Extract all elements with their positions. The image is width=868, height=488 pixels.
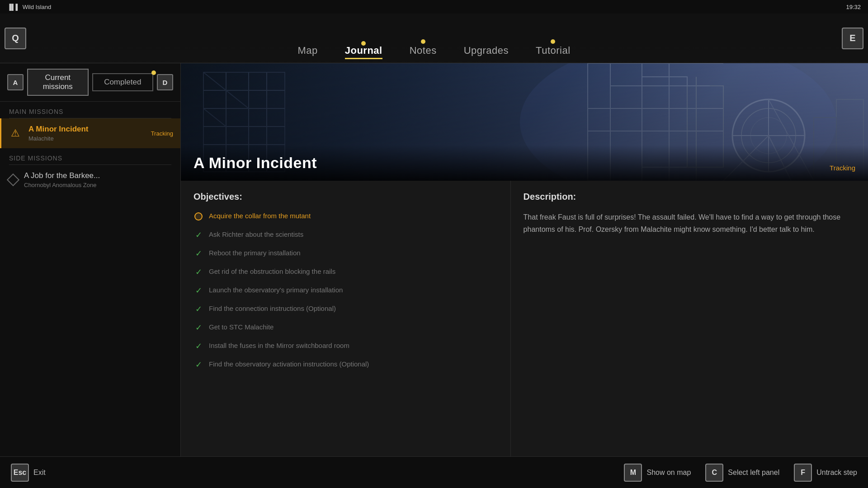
tutorial-dot — [551, 39, 555, 44]
mission-text: A Minor Incident Malachite — [28, 125, 151, 142]
obj-text-5: Launch the observatory's primary install… — [209, 285, 343, 295]
objectives-header: Objectives: — [193, 192, 498, 202]
checkmark-icon-5: ✓ — [195, 286, 202, 296]
objective-item-1: Acquire the collar from the mutant — [193, 211, 498, 221]
mission-name-2: A Job for the Barkee... — [24, 171, 173, 180]
nav-tabs: Map Journal Notes Upgrades Tutorial — [297, 14, 570, 63]
obj-text-8: Install the fuses in the Mirror switchbo… — [209, 341, 349, 350]
mission-item-job-for-barkee[interactable]: A Job for the Barkee... Chornobyl Anomal… — [0, 165, 180, 195]
notes-dot — [421, 39, 425, 44]
bottom-bar: Esc Exit M Show on map C Select left pan… — [0, 456, 868, 488]
mission-name: A Minor Incident — [28, 125, 151, 134]
obj-text-1: Acquire the collar from the mutant — [209, 211, 311, 221]
journal-active-dot — [361, 41, 366, 46]
obj-text-9: Find the observatory activation instruct… — [209, 359, 369, 369]
obj-icon-check-3: ✓ — [193, 249, 203, 258]
obj-text-7: Get to STC Malachite — [209, 322, 274, 332]
warning-icon: ⚠ — [11, 127, 20, 139]
current-missions-tab[interactable]: Current missions — [27, 69, 89, 96]
mission-title-overlay: A Minor Incident Tracking — [181, 145, 868, 181]
checkmark-icon-7: ✓ — [195, 323, 202, 333]
checkmark-icon-9: ✓ — [195, 360, 202, 370]
tracking-badge: Tracking — [151, 130, 173, 137]
status-bar-title: Wild Island — [23, 4, 52, 10]
objective-item-6: ✓ Find the connection instructions (Opti… — [193, 304, 498, 314]
bottom-action-show-on-map: M Show on map — [624, 464, 691, 482]
f-key[interactable]: F — [794, 464, 812, 482]
objective-item-8: ✓ Install the fuses in the Mirror switch… — [193, 341, 498, 351]
tab-journal[interactable]: Journal — [345, 45, 382, 59]
nav-right: E — [842, 14, 868, 63]
checkmark-icon-6: ✓ — [195, 304, 202, 314]
objectives-column: Objectives: Acquire the collar from the … — [181, 181, 511, 456]
completed-tab-dot — [151, 70, 156, 75]
bottom-action-exit: Esc Exit — [11, 464, 46, 482]
tab-map[interactable]: Map — [297, 45, 317, 59]
main-wrapper: Q Map Journal Notes Upgrades Tutorial — [0, 14, 868, 488]
status-bar-time: 19:32 — [846, 4, 861, 10]
objective-item-9: ✓ Find the observatory activation instru… — [193, 359, 498, 370]
completed-missions-tab[interactable]: Completed — [92, 73, 154, 91]
mission-text-2: A Job for the Barkee... Chornobyl Anomal… — [24, 171, 173, 188]
checkmark-icon-8: ✓ — [195, 341, 202, 351]
side-missions-header: Side missions — [0, 148, 180, 164]
obj-icon-active — [193, 211, 203, 221]
untrack-label: Untrack step — [816, 469, 857, 477]
mission-title-text: A Minor Incident — [193, 154, 317, 172]
tab-notes[interactable]: Notes — [410, 45, 437, 59]
nav-left: Q — [0, 14, 26, 63]
tab-upgrades[interactable]: Upgrades — [464, 45, 509, 59]
objective-item-7: ✓ Get to STC Malachite — [193, 322, 498, 333]
a-key[interactable]: A — [7, 74, 24, 90]
show-on-map-label: Show on map — [646, 469, 691, 477]
status-bar: ▐▌▌ Wild Island 19:32 — [0, 0, 868, 14]
obj-icon-check-9: ✓ — [193, 360, 203, 370]
description-column: Description: That freak Faust is full of… — [511, 181, 868, 456]
exit-label: Exit — [33, 469, 46, 477]
objective-item-5: ✓ Launch the observatory's primary insta… — [193, 285, 498, 296]
obj-icon-check-4: ✓ — [193, 267, 203, 277]
obj-icon-check-6: ✓ — [193, 304, 203, 314]
objective-item-4: ✓ Get rid of the obstruction blocking th… — [193, 267, 498, 277]
checkmark-icon-2: ✓ — [195, 230, 202, 240]
diamond-icon — [7, 174, 19, 186]
checkmark-icon-4: ✓ — [195, 267, 202, 277]
obj-icon-check-7: ✓ — [193, 323, 203, 333]
mission-icon-warning: ⚠ — [9, 127, 22, 140]
checkmark-icon-3: ✓ — [195, 249, 202, 258]
esc-key[interactable]: Esc — [11, 464, 29, 482]
obj-icon-check-2: ✓ — [193, 230, 203, 240]
m-key[interactable]: M — [624, 464, 642, 482]
main-missions-header: Main missions — [0, 102, 180, 118]
content-area: A Current missions Completed D Main miss… — [0, 63, 868, 456]
mission-tabs: A Current missions Completed D — [0, 63, 180, 102]
right-panel: A Minor Incident Tracking Objectives: Ac… — [181, 63, 868, 456]
mission-sub-2: Chornobyl Anomalous Zone — [24, 182, 173, 188]
left-panel: A Current missions Completed D Main miss… — [0, 63, 181, 456]
mission-detail: Objectives: Acquire the collar from the … — [181, 181, 868, 456]
obj-text-2: Ask Richter about the scientists — [209, 230, 303, 239]
tab-tutorial[interactable]: Tutorial — [536, 45, 571, 59]
obj-text-6: Find the connection instructions (Option… — [209, 304, 336, 313]
obj-icon-check-8: ✓ — [193, 341, 203, 351]
bottom-action-select-panel: C Select left panel — [705, 464, 779, 482]
obj-text-3: Reboot the primary installation — [209, 248, 301, 258]
c-key[interactable]: C — [705, 464, 723, 482]
e-key-button[interactable]: E — [842, 28, 863, 49]
description-header: Description: — [524, 192, 855, 202]
q-key-button[interactable]: Q — [5, 28, 26, 49]
bottom-action-untrack: F Untrack step — [794, 464, 857, 482]
description-text: That freak Faust is full of surprises! T… — [524, 211, 855, 235]
top-nav: Q Map Journal Notes Upgrades Tutorial — [0, 14, 868, 63]
objective-item-2: ✓ Ask Richter about the scientists — [193, 230, 498, 240]
mission-item-a-minor-incident[interactable]: ⚠ A Minor Incident Malachite Tracking — [0, 118, 180, 148]
select-left-panel-label: Select left panel — [728, 469, 779, 477]
mission-sub: Malachite — [28, 135, 151, 142]
mission-hero: A Minor Incident Tracking — [181, 63, 868, 181]
d-key[interactable]: D — [157, 74, 173, 90]
obj-text-4: Get rid of the obstruction blocking the … — [209, 267, 335, 276]
active-objective-icon — [194, 212, 203, 221]
signal-icon: ▐▌▌ — [7, 4, 20, 10]
objective-item-3: ✓ Reboot the primary installation — [193, 248, 498, 258]
tracking-tag: Tracking — [830, 164, 855, 172]
